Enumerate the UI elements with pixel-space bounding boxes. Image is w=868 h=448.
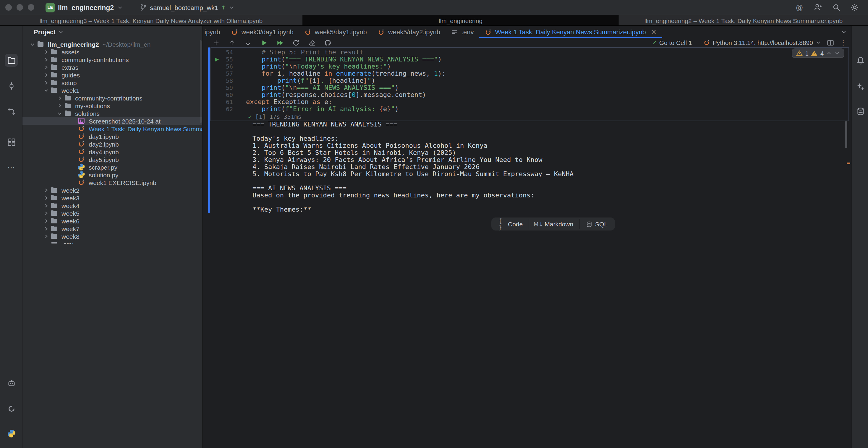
prev-problem-icon[interactable] <box>826 50 832 56</box>
tree-item-solution-py[interactable]: solution.py <box>23 171 202 179</box>
editor-tab-env[interactable]: .env <box>445 26 479 38</box>
tree-item-day4-ipynb[interactable]: day4.ipynb <box>23 148 202 155</box>
cell-type-button-code[interactable]: { }Code <box>493 219 529 229</box>
window-tab[interactable]: llm_engineering <box>303 15 618 25</box>
tool-window-structure[interactable] <box>5 135 18 148</box>
tree-item-community-contributions[interactable]: community-contributions <box>23 56 202 63</box>
tool-window-more-tool-windows[interactable]: ⋯ <box>5 161 18 174</box>
project-scrollbar[interactable] <box>200 40 202 123</box>
tree-chevron-icon[interactable] <box>42 217 50 224</box>
tree-item-week1-exercise-ipynb[interactable]: week1 EXERCISE.ipynb <box>23 179 202 186</box>
zoom-window-button[interactable] <box>28 4 34 11</box>
editor-tab-week5-day1-ipynb[interactable]: week5/day1.ipynb <box>299 26 372 38</box>
run-all-cells-button[interactable] <box>274 38 285 47</box>
tool-window-jupyter[interactable] <box>5 402 18 415</box>
tree-item-week3[interactable]: week3 <box>23 194 202 201</box>
tree-chevron-icon[interactable] <box>42 202 50 209</box>
tree-chevron-icon[interactable] <box>42 56 50 63</box>
tool-window-services[interactable] <box>5 447 18 448</box>
tree-item-week2[interactable]: week2 <box>23 186 202 194</box>
tree-chevron-icon[interactable] <box>42 225 50 232</box>
tree-item-day5-ipynb[interactable]: day5.ipynb <box>23 155 202 163</box>
problems-badge[interactable]: 1 4 <box>792 49 844 58</box>
tree-item-day1-ipynb[interactable]: day1.ipynb <box>23 132 202 140</box>
close-window-button[interactable] <box>5 4 12 11</box>
tree-item-week4[interactable]: week4 <box>23 201 202 209</box>
clear-outputs-button[interactable] <box>306 38 317 47</box>
mentions-button[interactable]: @ <box>794 2 805 13</box>
split-editor-icon[interactable] <box>827 39 834 46</box>
code-editor-area[interactable]: 54 # Step 5: Print the result▶55 print("… <box>211 49 848 113</box>
more-options-icon[interactable]: ⋮ <box>840 38 847 47</box>
tool-window-notifications[interactable] <box>854 54 867 67</box>
tree-item-week6[interactable]: week6 <box>23 217 202 225</box>
tree-chevron-icon[interactable] <box>42 71 50 78</box>
output-scrollbar[interactable] <box>845 121 847 148</box>
tree-item-scraper-py[interactable]: scraper.py <box>23 163 202 171</box>
next-problem-icon[interactable] <box>834 50 840 56</box>
branch-widget[interactable]: samuel_bootcamp_wk1 ↑ <box>135 1 239 13</box>
tool-window-project[interactable] <box>5 54 18 67</box>
minimize-window-button[interactable] <box>17 4 23 11</box>
add-cell-button[interactable] <box>211 38 221 47</box>
tab-list-dropdown-icon[interactable] <box>840 28 847 35</box>
tree-item-env[interactable]: .env <box>23 240 202 244</box>
tree-chevron-icon[interactable] <box>29 40 36 47</box>
goto-cell-button[interactable]: ✓ Go to Cell 1 <box>652 39 692 46</box>
tree-item-solutions[interactable]: solutions <box>23 109 202 117</box>
move-cell-up-button[interactable] <box>226 38 237 47</box>
cell-type-button-sql[interactable]: SQL <box>579 219 614 229</box>
run-line-icon[interactable]: ▶ <box>215 57 219 63</box>
github-button[interactable] <box>322 38 333 47</box>
project-panel-header[interactable]: Project <box>23 26 202 38</box>
tool-window-pull-requests[interactable] <box>5 105 18 118</box>
tree-item-day2-ipynb[interactable]: day2.ipynb <box>23 140 202 148</box>
tree-item-llm-engineering2[interactable]: llm_engineering2~/Desktop/llm_en <box>23 40 202 48</box>
move-cell-down-button[interactable] <box>242 38 253 47</box>
tree-item-week1[interactable]: week1 <box>23 86 202 94</box>
tree-chevron-icon[interactable] <box>42 194 50 201</box>
cell-type-button-markdown[interactable]: M↓Markdown <box>529 219 579 229</box>
restart-kernel-button[interactable] <box>290 38 301 47</box>
window-tab[interactable]: llm_engineering2 – Week 1 Task: Daily Ke… <box>619 15 868 25</box>
search-everywhere-button[interactable] <box>831 2 841 13</box>
tree-chevron-icon[interactable] <box>42 232 50 239</box>
tree-item-week-1-task-daily-kenyan-news-summarizer-ipynb[interactable]: Week 1 Task: Daily Kenyan News Summarize… <box>23 125 202 132</box>
error-stripe-mark[interactable] <box>847 163 850 164</box>
close-tab-icon[interactable]: × <box>651 28 657 35</box>
tree-item-my-solutions[interactable]: my-solutions <box>23 102 202 109</box>
tool-window-commit[interactable] <box>5 79 18 92</box>
editor-tab-week-1-task-daily-kenyan-news-summarizer-ipynb[interactable]: Week 1 Task: Daily Kenyan News Summarize… <box>479 26 662 38</box>
settings-button[interactable] <box>849 2 860 13</box>
tree-item-setup[interactable]: setup <box>23 78 202 86</box>
code-with-me-button[interactable] <box>812 2 823 13</box>
tree-item-community-contributions[interactable]: community-contributions <box>23 94 202 102</box>
tool-window-ai-chat[interactable] <box>854 80 867 93</box>
editor-tab-week5-day2-ipynb[interactable]: week5/day2.ipynb <box>372 26 445 38</box>
tree-item-assets[interactable]: assets <box>23 48 202 56</box>
tree-chevron-icon[interactable] <box>56 94 63 101</box>
tree-item-week8[interactable]: week8 <box>23 232 202 240</box>
tree-chevron-icon[interactable] <box>42 64 50 71</box>
tree-chevron-icon[interactable] <box>42 79 50 86</box>
tree-item-guides[interactable]: guides <box>23 71 202 78</box>
tree-chevron-icon[interactable] <box>42 187 50 194</box>
tool-window-database[interactable] <box>854 105 867 118</box>
editor-tab-ipynb[interactable]: ipynb <box>203 26 225 38</box>
tree-chevron-icon[interactable] <box>42 210 50 217</box>
tool-window-python-console[interactable] <box>5 427 18 440</box>
tool-window-ai-assistant[interactable] <box>5 377 18 389</box>
tree-item-week7[interactable]: week7 <box>23 225 202 232</box>
code-cell[interactable]: 54 # Step 5: Print the result▶55 print("… <box>211 47 849 121</box>
tree-chevron-icon[interactable] <box>42 87 50 94</box>
editor-tab-week3-day1-ipynb[interactable]: week3/day1.ipynb <box>225 26 299 38</box>
tree-item-screenshot-2025-10-24-at[interactable]: Screenshot 2025-10-24 at <box>23 117 202 125</box>
project-widget[interactable]: LE llm_engineering2 <box>41 1 127 13</box>
tree-chevron-icon[interactable] <box>56 102 63 109</box>
tree-item-week5[interactable]: week5 <box>23 209 202 217</box>
run-cell-button[interactable] <box>258 38 269 47</box>
tree-chevron-icon[interactable] <box>42 48 50 55</box>
kernel-selector[interactable]: Python 3.11.14: http://localhost:8890 <box>703 39 821 46</box>
tree-chevron-icon[interactable] <box>56 109 63 117</box>
window-tab[interactable]: llm_engineering3 – Week 1 Task: Kenyan D… <box>0 15 302 25</box>
